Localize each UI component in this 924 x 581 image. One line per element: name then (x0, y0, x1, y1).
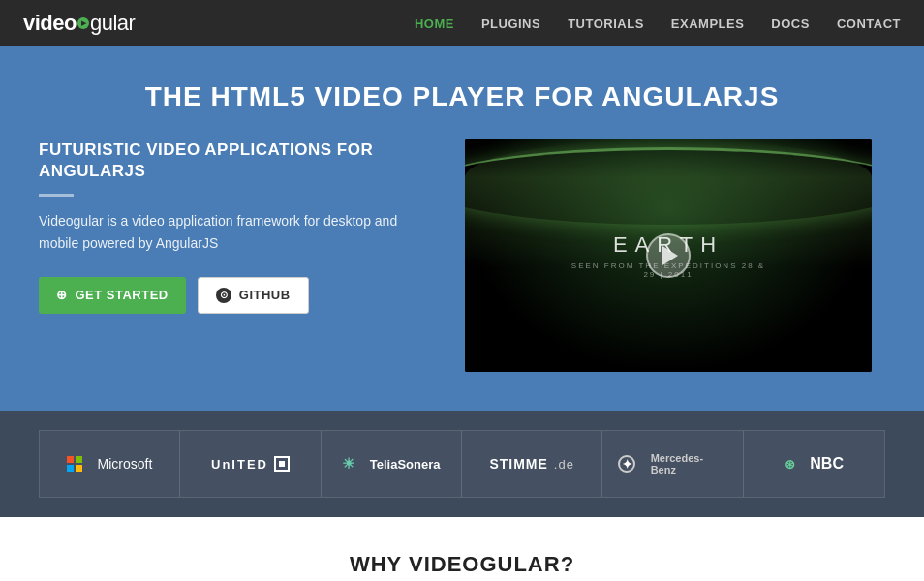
united-box-icon (274, 456, 290, 472)
logo-gular-text: gular (90, 11, 135, 36)
united-text: UnITED (211, 457, 268, 472)
earth-curve (465, 147, 872, 225)
mercedes-star: ✦ (622, 457, 632, 472)
why-title: WHY VIDEOGULAR? (39, 552, 885, 577)
logo: videogular (23, 11, 135, 36)
logo-united: UnITED (180, 431, 321, 497)
video-player[interactable]: EARTH SEEN FROM THE EXPEDITIONS 28 & 29 … (465, 139, 872, 372)
logo-mercedes: ✦ Mercedes-Benz (602, 431, 743, 497)
logo-stimme: STIMME.de (462, 431, 602, 497)
stimme-text: STIMME.de (489, 456, 574, 472)
get-started-icon: ⊕ (56, 288, 68, 302)
ms-sq-1 (67, 456, 74, 463)
nav-item-docs[interactable]: DOCS (771, 15, 810, 32)
logo-teliasonera: ☀ TeliaSonera (322, 431, 462, 497)
telia-logo: ☀ TeliaSonera (342, 455, 440, 473)
hero-content: FUTURISTIC VIDEO APPLICATIONS FOR ANGULA… (39, 139, 885, 372)
united-box-inner (279, 461, 285, 467)
microsoft-logo: Microsoft (67, 456, 152, 472)
nav-link-plugins[interactable]: PLUGINS (481, 16, 540, 31)
telia-text: TeliaSonera (370, 457, 441, 472)
why-section: WHY VIDEOGULAR? (0, 517, 924, 581)
hero-subtitle: FUTURISTIC VIDEO APPLICATIONS FOR ANGULA… (39, 139, 426, 182)
video-container: EARTH SEEN FROM THE EXPEDITIONS 28 & 29 … (465, 139, 872, 372)
github-label: GITHUB (239, 288, 291, 302)
logo-nbc: ⊛ NBC (744, 431, 884, 497)
telia-icon: ☀ (342, 455, 354, 473)
nbc-text: NBC (810, 455, 844, 473)
play-button[interactable] (646, 233, 691, 278)
logo-video-text: video (23, 11, 77, 36)
github-icon: ⊙ (216, 288, 231, 303)
nav-link-contact[interactable]: CONTACT (837, 16, 901, 31)
microsoft-text: Microsoft (98, 456, 153, 472)
hero-divider (39, 194, 74, 197)
nav-link-home[interactable]: HOME (415, 16, 454, 31)
united-logo: UnITED (211, 456, 290, 472)
logo-microsoft: Microsoft (40, 431, 180, 497)
nav-item-plugins[interactable]: PLUGINS (481, 15, 540, 32)
nav-item-contact[interactable]: CONTACT (837, 15, 901, 32)
mercedes-text: Mercedes-Benz (651, 452, 727, 475)
hero-section: THE HTML5 VIDEO PLAYER FOR ANGULARJS FUT… (0, 46, 924, 411)
mercedes-circle-icon: ✦ (618, 455, 635, 473)
logos-grid: Microsoft UnITED ☀ TeliaSonera STIMME.de (39, 430, 885, 498)
microsoft-grid-icon (67, 456, 82, 472)
ms-sq-4 (76, 465, 82, 472)
logo-bullet-icon (77, 17, 89, 29)
github-button[interactable]: ⊙ GITHUB (198, 277, 309, 314)
hero-buttons: ⊕ GET STARTED ⊙ GITHUB (39, 277, 426, 314)
video-background: EARTH SEEN FROM THE EXPEDITIONS 28 & 29 … (465, 139, 872, 372)
ms-sq-3 (67, 465, 74, 472)
get-started-label: GET STARTED (76, 288, 169, 302)
ms-sq-2 (76, 456, 82, 463)
nbc-logo: ⊛ NBC (785, 455, 844, 473)
hero-title: THE HTML5 VIDEO PLAYER FOR ANGULARJS (39, 81, 885, 112)
nav-item-home[interactable]: HOME (415, 15, 454, 32)
nav-link-docs[interactable]: DOCS (771, 16, 810, 31)
get-started-button[interactable]: ⊕ GET STARTED (39, 277, 186, 314)
hero-description: Videogular is a video application framew… (39, 210, 426, 254)
nav-links: HOME PLUGINS TUTORIALS EXAMPLES DOCS CON… (415, 15, 901, 32)
nbc-peacock-icon: ⊛ (785, 457, 795, 472)
nav-item-examples[interactable]: EXAMPLES (671, 15, 745, 32)
navbar: videogular HOME PLUGINS TUTORIALS EXAMPL… (0, 0, 924, 46)
nav-link-tutorials[interactable]: TUTORIALS (568, 16, 644, 31)
nav-link-examples[interactable]: EXAMPLES (671, 16, 745, 31)
hero-left: FUTURISTIC VIDEO APPLICATIONS FOR ANGULA… (39, 139, 426, 314)
mercedes-logo: ✦ Mercedes-Benz (618, 452, 726, 475)
logos-section: Microsoft UnITED ☀ TeliaSonera STIMME.de (0, 411, 924, 517)
nav-item-tutorials[interactable]: TUTORIALS (568, 15, 644, 32)
